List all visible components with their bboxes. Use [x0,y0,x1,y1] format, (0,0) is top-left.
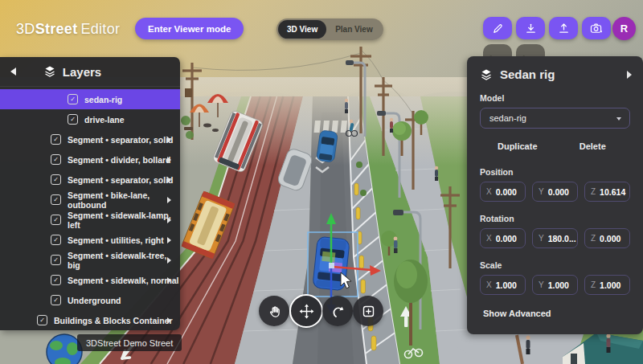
layer-row[interactable]: ✓ Segment • sidewalk-lamp, left [0,210,180,230]
view-mode-toggle: 3D View Plan View [276,18,383,40]
logo-part-3d: 3D [16,21,35,37]
collapse-right-icon[interactable] [627,71,632,79]
show-advanced-button[interactable]: Show Advanced [480,309,630,318]
layer-label: Segment • sidewalk-tree, big [68,251,180,270]
layer-label: Segment • bike-lane, outbound [68,190,180,210]
layer-label: Segment • utilities, right [68,235,164,245]
avatar[interactable]: R [612,17,636,40]
rotation-z-field[interactable]: Z0.000 [584,228,630,248]
add-entity-icon [362,305,375,318]
layer-checkbox[interactable]: ✓ [51,275,61,285]
expand-arrow-icon[interactable] [167,157,171,163]
layer-checkbox[interactable]: ✓ [51,194,61,205]
position-y-field[interactable]: Y0.000 [532,182,578,202]
layer-row[interactable]: ✓ Buildings & Blocks Container [0,310,180,330]
layer-label: Segment • divider, bollard [68,155,171,165]
tab-3d-view[interactable]: 3D View [278,20,326,39]
pencil-icon [492,22,504,35]
layer-checkbox[interactable]: ✓ [51,134,61,145]
layers-list: ✓ sedan-rig ✓ drive-lane ✓ Segment • sep… [0,87,180,330]
collapse-left-icon[interactable] [10,67,17,76]
layer-label: Segment • separator, solid [68,175,173,185]
tab-plan-view[interactable]: Plan View [326,20,382,39]
model-label: Model [480,93,630,103]
layers-panel-title: Layers [63,65,101,79]
layer-checkbox[interactable]: ✓ [37,315,47,325]
enter-viewer-mode-button[interactable]: Enter Viewer mode [135,18,244,39]
model-value: sedan-rig [489,113,526,123]
layers-panel-header: Layers [0,57,180,87]
layer-checkbox[interactable]: ✓ [51,295,61,305]
expand-arrow-icon[interactable] [167,237,171,243]
expand-arrow-icon[interactable] [167,177,171,183]
expand-arrow-icon[interactable] [167,257,171,264]
rotation-label: Rotation [480,214,630,223]
scale-label: Scale [480,260,630,270]
editor-window: 3DStreetEditor Enter Viewer mode 3D View… [0,0,643,364]
layer-checkbox[interactable]: ✓ [51,255,61,265]
layer-checkbox[interactable]: ✓ [51,174,61,185]
layer-label: Segment • sidewalk-lamp, left [68,211,180,230]
layer-checkbox[interactable]: ✓ [51,215,61,225]
layer-row[interactable]: ✓ Segment • sidewalk-tree, big [0,250,180,270]
edit-button[interactable] [483,17,512,39]
scale-row: X1.000 Y1.000 Z1.000 [480,275,630,295]
layer-row[interactable]: ✓ Segment • utilities, right [0,230,180,250]
position-x-field[interactable]: X0.000 [480,182,526,202]
upload-icon [558,22,570,35]
layer-checkbox[interactable]: ✓ [68,94,78,104]
expand-arrow-icon[interactable] [167,277,171,284]
inspector-title: Sedan rig [500,67,555,81]
layers-panel: Layers ✓ sedan-rig ✓ drive-lane ✓ Segmen… [0,57,180,330]
rotate-icon [331,305,345,318]
scale-z-field[interactable]: Z1.000 [584,275,630,295]
position-z-field[interactable]: Z10.614 [584,182,630,202]
scene-title-badge[interactable]: 3DStreet Demo Street [77,334,182,351]
rotation-y-field[interactable]: Y180.0... [532,228,578,248]
layer-row[interactable]: ✓ Segment • sidewalk, normal [0,270,180,290]
scale-y-field[interactable]: Y1.000 [532,275,578,295]
move-icon [299,304,314,319]
inspector-header: Sedan rig [480,67,630,81]
layer-row[interactable]: ✓ Underground [0,290,180,310]
rotate-tool-button[interactable] [322,296,353,326]
move-tool-button[interactable] [289,294,323,328]
scale-x-field[interactable]: X1.000 [480,275,526,295]
layer-label: Segment • separator, solid [68,135,173,145]
layer-checkbox[interactable]: ✓ [51,154,61,165]
layer-row[interactable]: ✓ drive-lane [0,109,180,129]
chevron-down-icon [616,117,621,121]
layer-row[interactable]: ✓ Segment • divider, bollard [0,149,180,170]
capture-button[interactable] [582,17,611,39]
pan-tool-button[interactable] [259,296,289,326]
layer-row[interactable]: ✓ Segment • separator, solid [0,129,180,149]
rotation-x-field[interactable]: X0.000 [480,228,526,248]
layer-label: sedan-rig [84,95,122,104]
pan-hand-icon [268,305,281,318]
layer-row[interactable]: ✓ Segment • bike-lane, outbound [0,190,180,210]
layer-row[interactable]: ✓ Segment • separator, solid [0,170,180,190]
layer-checkbox[interactable]: ✓ [51,235,61,245]
layer-checkbox[interactable]: ✓ [68,114,78,125]
delete-button[interactable]: Delete [555,137,631,155]
download-button[interactable] [516,17,545,39]
upload-button[interactable] [549,17,578,39]
logo-part-street: Street [35,21,78,37]
expand-arrow-icon[interactable] [167,217,171,223]
expand-arrow-icon[interactable] [167,137,171,143]
position-row: X0.000 Y0.000 Z10.614 [480,182,630,202]
add-entity-button[interactable] [353,296,383,326]
duplicate-button[interactable]: Duplicate [480,137,555,155]
camera-capture-icon [590,22,603,35]
expand-arrow-icon[interactable] [167,317,171,324]
expand-arrow-icon[interactable] [167,197,171,203]
layer-row[interactable]: ✓ sedan-rig [0,89,180,109]
model-select[interactable]: sedan-rig [480,108,630,129]
position-label: Position [480,167,630,177]
layer-label: Underground [68,296,121,305]
rotation-row: X0.000 Y180.0... Z0.000 [480,228,630,248]
layers-icon [43,65,56,78]
inspector-panel: Sedan rig Model sedan-rig Duplicate Dele… [467,56,643,334]
layer-label: Buildings & Blocks Container [54,316,173,325]
layer-label: drive-lane [84,115,125,125]
